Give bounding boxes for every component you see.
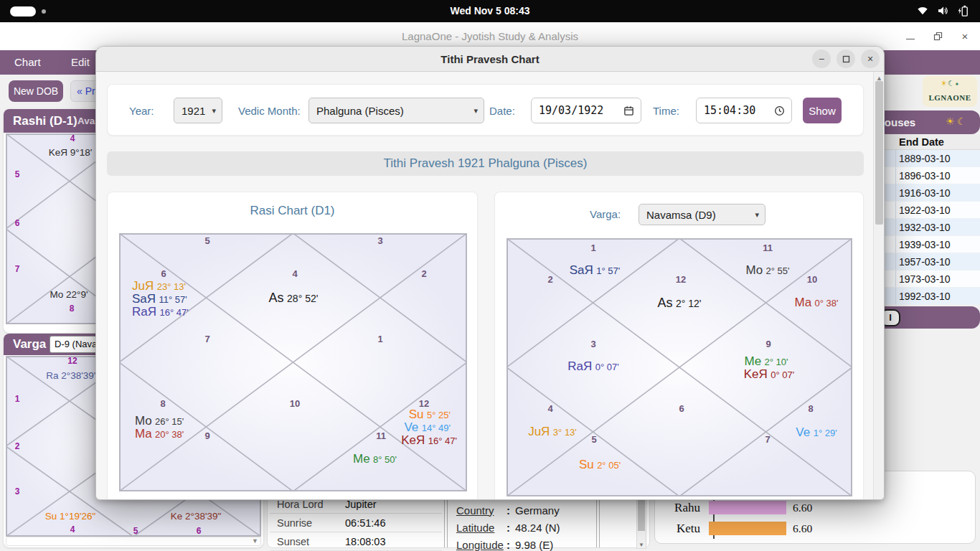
house-number: 4 (70, 525, 75, 534)
table-row[interactable]: 1889-03-10 (885, 150, 980, 167)
house-number: 5 (15, 170, 20, 179)
year-select[interactable]: 1921▾ (174, 98, 222, 123)
os-clock[interactable]: Wed Nov 5 08:43 (0, 5, 980, 17)
planet-label: Ma 0° 38' (794, 296, 838, 309)
dialog-maximize-button[interactable] (837, 50, 855, 68)
colon: : (507, 539, 510, 551)
scroll-down-icon[interactable]: ▼ (639, 542, 644, 548)
location-row: Country:Germany (456, 501, 593, 519)
house-number: 2 (421, 269, 426, 278)
window-restore-button[interactable] (933, 32, 943, 42)
navamsa-d9-chart: 111212103946857SaЯ 1° 57'Mo 2° 55'As 2° … (507, 238, 852, 496)
house-number: 1 (377, 334, 382, 344)
logo-text: LGNAONE (928, 93, 971, 102)
bar-value: 6.60 (793, 522, 812, 535)
planet-label: RaЯ 16° 47' (132, 306, 189, 318)
location-link[interactable]: Latitude (456, 522, 507, 534)
tithi-form: Year: 1921▾ Vedic Month: Phalguna (Pisce… (107, 84, 864, 136)
dialog-titlebar[interactable]: Tithi Pravesh Chart − × (96, 47, 884, 72)
scroll-down-icon[interactable]: ▼ (252, 537, 258, 545)
chevron-down-icon: ▾ (206, 106, 216, 116)
vedic-month-select[interactable]: Phalguna (Pisces)▾ (308, 98, 484, 123)
house-number: 3 (15, 487, 20, 496)
dialog-scrollbar[interactable]: ▲ (873, 72, 884, 499)
dialog-close-button[interactable]: × (861, 50, 880, 68)
planet-label: JuЯ 3° 13' (528, 425, 577, 438)
table-row[interactable]: 1992-03-10 (885, 288, 980, 305)
planet-label: Me 8° 50' (353, 453, 397, 465)
menu-chart[interactable]: Chart (14, 50, 41, 75)
table-row[interactable]: 1896-03-10 (885, 167, 980, 184)
house-number: 11 (763, 243, 773, 253)
varga-panel-scrollbar[interactable]: ▼ (6, 537, 261, 546)
chevron-down-icon: ▾ (755, 210, 759, 220)
house-number: 2 (15, 442, 20, 451)
location-link[interactable]: Longitude (456, 539, 507, 551)
planet-label: Mo 26° 15' (135, 415, 184, 427)
dialog-minimize-button[interactable]: − (812, 50, 831, 68)
table-row[interactable]: 1973-03-10 (885, 270, 980, 288)
clock-icon[interactable] (768, 105, 785, 116)
planet-label: Ma 20° 38' (135, 428, 184, 440)
info-row: Sunset18:08:03 (270, 532, 442, 551)
houses-table: End Date 1889-03-101896-03-101916-03-101… (885, 134, 980, 305)
wifi-icon (917, 5, 928, 19)
lagnaone-logo: ☀☾✦ LGNAONE (923, 76, 977, 107)
planet-label: Mo 22°9' (50, 290, 88, 300)
location-link[interactable]: Country (456, 504, 507, 517)
house-number: 6 (161, 269, 166, 278)
planet-label: KeЯ 9°18' (49, 148, 93, 158)
window-close-button[interactable]: × (960, 32, 970, 42)
menu-edit[interactable]: Edit (71, 50, 90, 75)
scrollbar-thumb[interactable] (875, 81, 883, 225)
colon: : (507, 522, 510, 534)
planet-label: SaЯ 11° 57' (132, 293, 187, 305)
planet-label: Ve 14° 49' (404, 421, 451, 433)
house-number: 4 (547, 404, 552, 413)
house-number: 5 (204, 236, 209, 245)
battery-icon (957, 5, 969, 19)
planet-label: Ke 2°38'39" (171, 512, 222, 522)
info-scrollbar[interactable]: ▼ (636, 491, 646, 549)
house-number: 6 (679, 404, 684, 413)
house-number: 3 (590, 339, 595, 349)
show-button[interactable]: Show (803, 98, 842, 123)
house-number: 9 (204, 431, 209, 441)
table-header-end-date: End Date (885, 134, 980, 150)
table-row[interactable]: 1922-03-10 (885, 202, 980, 219)
chevron-down-icon: ▾ (468, 106, 478, 116)
table-row[interactable]: 1939-03-10 (885, 236, 980, 253)
bar (709, 501, 786, 514)
rashi-panel-title: Rashi (D-1) (4, 109, 77, 133)
sun-icon: ☀ (941, 79, 948, 88)
dialog-title: Tithi Pravesh Chart (96, 47, 884, 72)
calendar-icon[interactable] (618, 105, 634, 116)
varga-panel-title: Varga (4, 334, 46, 355)
house-number: 11 (376, 431, 386, 441)
house-number: 1 (590, 243, 595, 253)
date-input[interactable]: 19/03/1922 (531, 98, 641, 123)
year-label: Year: (129, 105, 154, 117)
vedic-month-label: Vedic Month: (238, 105, 301, 117)
info-row: Sunrise06:51:46 (270, 514, 442, 532)
system-tray[interactable] (917, 5, 969, 19)
bar-label: Ketu (655, 522, 707, 536)
navamsa-select[interactable]: Navamsa (D9)▾ (639, 204, 765, 225)
window-minimize-button[interactable] (905, 32, 915, 42)
house-number: 6 (197, 527, 202, 535)
location-row: Latitude:48.24 (N) (456, 519, 593, 536)
location-table: Country:GermanyLatitude:48.24 (N)Longitu… (456, 501, 593, 551)
bar (709, 522, 786, 535)
planet-label: As 2° 12' (658, 296, 702, 309)
table-row[interactable]: 1932-03-10 (885, 219, 980, 236)
table-row[interactable]: 1916-03-10 (885, 184, 980, 202)
time-input[interactable]: 15:04:30 (696, 98, 792, 123)
new-dob-button[interactable]: New DOB (9, 80, 63, 102)
table-row[interactable]: 1957-03-10 (885, 253, 980, 270)
star-icon: ✦ (955, 81, 960, 88)
planet-label: Su 5° 25' (409, 408, 451, 420)
planet-label: JuЯ 23° 13' (132, 280, 186, 292)
planet-label: Su 1°19'26" (45, 512, 96, 522)
rasi-card: Rasi Chart (D1) 536427181012911JuЯ 23° 1… (107, 192, 478, 500)
planet-label: Mo 2° 55' (745, 264, 789, 276)
